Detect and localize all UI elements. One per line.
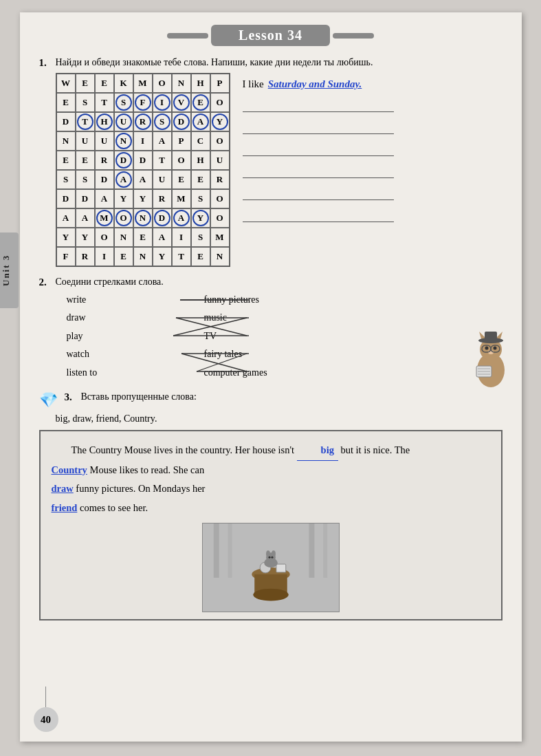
answer-line-2 (243, 119, 394, 134)
grid-cell-8-0: Y (56, 228, 76, 247)
grid-cell-3-7: C (191, 131, 210, 151)
grid-cell-7-1: A (76, 208, 95, 228)
grid-cell-0-8: P (210, 74, 230, 93)
grid-row-8: YYONEAISM (56, 228, 230, 247)
grid-cell-3-5: A (153, 131, 172, 151)
lesson-header: Lesson 34 (39, 25, 503, 46)
grid-cell-9-0: F (56, 247, 76, 266)
grid-cell-2-4: R (133, 112, 153, 131)
grid-cell-5-5: U (153, 170, 172, 189)
svg-point-40 (268, 557, 270, 559)
grid-cell-6-1: D (76, 189, 95, 208)
lines-area: I like Saturday and Sunday. (243, 73, 503, 267)
grid-cell-1-4: F (133, 93, 153, 112)
word-grid: WEEKMONHPESTSFIVEODTHURSDAYNUUNIAPCOEERD… (56, 73, 230, 267)
grid-cell-6-4: Y (133, 189, 153, 208)
grid-cell-9-8: N (210, 247, 230, 266)
grid-cell-7-0: A (56, 208, 76, 228)
grid-cell-8-7: S (191, 228, 210, 247)
section3-words: big, draw, friend, Country. (56, 413, 503, 424)
story-paragraph4: friend comes to see her. (52, 499, 490, 518)
left-word-2: draw (67, 310, 122, 325)
grid-row-7: AAMONDAYO (56, 208, 230, 228)
grid-cell-6-0: D (56, 189, 76, 208)
right-word-3: TV (204, 329, 267, 344)
grid-cell-6-2: A (95, 189, 114, 208)
grid-cell-2-8: Y (210, 112, 230, 131)
story-illustration (202, 523, 340, 612)
blank1: big (297, 441, 338, 461)
section1-number: 1. (39, 57, 52, 69)
answer-line-4 (243, 163, 394, 178)
grid-cell-8-8: M (210, 228, 230, 247)
i-like-label: I like (243, 78, 264, 90)
story-text5: comes to see her. (77, 502, 148, 513)
story-text4: funny pictures. On Mondays her (74, 483, 206, 494)
grid-cell-9-5: Y (153, 247, 172, 266)
grid-cell-5-6: E (172, 170, 191, 189)
grid-cell-8-1: Y (76, 228, 95, 247)
svg-point-14 (485, 347, 488, 350)
grid-cell-2-0: D (56, 112, 76, 131)
i-like-row: I like Saturday and Sunday. (243, 78, 503, 90)
grid-cell-3-1: U (76, 131, 95, 151)
grid-cell-7-5: D (153, 208, 172, 228)
right-word-4: fairy tales (204, 347, 267, 362)
grid-row-3: NUUNIAPCO (56, 131, 230, 151)
grid-cell-6-6: M (172, 189, 191, 208)
story-paragraph2: Country Mouse likes to read. She can (52, 461, 490, 480)
right-word-2: music (204, 310, 267, 325)
grid-cell-4-7: H (191, 151, 210, 170)
grid-cell-0-7: H (191, 74, 210, 93)
grid-cell-1-0: E (56, 93, 76, 112)
grid-cell-5-1: S (76, 170, 95, 189)
grid-cell-4-6: O (172, 151, 191, 170)
right-word-1: funny pictures (204, 292, 267, 307)
grid-cell-1-8: O (210, 93, 230, 112)
grid-cell-0-0: W (56, 74, 76, 93)
grid-cell-1-6: V (172, 93, 191, 112)
story-paragraph3: draw funny pictures. On Mondays her (52, 479, 490, 499)
story-text2: but it is nice. The (338, 444, 410, 455)
connect-arrows (67, 292, 503, 382)
grid-cell-3-3: N (114, 131, 133, 151)
grid-cell-8-5: A (153, 228, 172, 247)
grid-row-0: WEEKMONHP (56, 74, 230, 93)
grid-cell-4-4: D (133, 151, 153, 170)
grid-cell-3-0: N (56, 131, 76, 151)
grid-cell-5-3: A (114, 170, 133, 189)
connect-right: funny pictures music TV fairy tales comp… (204, 292, 267, 382)
section3: 💎 3. Вставь пропущенные слова: big, draw… (39, 391, 503, 620)
grid-cell-3-2: U (95, 131, 114, 151)
connect-area: write draw play watch listen to funny pi… (67, 292, 503, 382)
page-number: 40 (34, 707, 58, 732)
story-text1: The Country Mouse lives in the country. … (71, 444, 297, 455)
story-paragraph: The Country Mouse lives in the country. … (52, 441, 490, 461)
grid-cell-1-7: E (191, 93, 210, 112)
answer-line-1 (243, 97, 394, 112)
grid-cell-9-6: T (172, 247, 191, 266)
story-image (52, 523, 490, 612)
answer-line-3 (243, 141, 394, 156)
unit-tab: Unit 3 (0, 233, 19, 308)
grid-cell-3-8: O (210, 131, 230, 151)
blank4: friend (52, 502, 78, 513)
svg-point-15 (493, 347, 496, 350)
grid-cell-9-2: I (95, 247, 114, 266)
grid-row-2: DTHURSDAY (56, 112, 230, 131)
balloon-string (45, 687, 46, 707)
svg-point-41 (271, 557, 273, 559)
grid-cell-7-3: O (114, 208, 133, 228)
svg-point-38 (266, 550, 270, 557)
fox-character (467, 329, 515, 391)
right-word-5: computer games (204, 365, 267, 380)
answer-line-5 (243, 185, 394, 200)
grid-cell-5-7: E (191, 170, 210, 189)
grid-container: WEEKMONHPESTSFIVEODTHURSDAYNUUNIAPCOEERD… (56, 73, 230, 267)
page: Unit 3 Lesson 34 1. Найди и обведи знако… (20, 12, 522, 742)
grid-cell-7-8: O (210, 208, 230, 228)
left-word-5: listen to (67, 365, 122, 380)
grid-cell-7-7: Y (191, 208, 210, 228)
grid-row-6: DDAYYRMSO (56, 189, 230, 208)
grid-cell-0-6: N (172, 74, 191, 93)
